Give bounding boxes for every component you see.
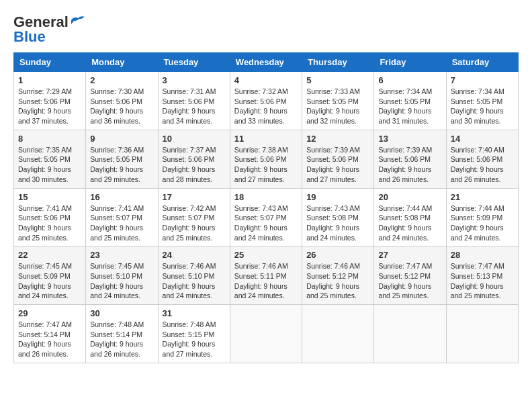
day-info: Sunrise: 7:31 AMSunset: 5:06 PMDaylight:… [163,87,226,126]
day-info: Sunrise: 7:47 AMSunset: 5:14 PMDaylight:… [18,320,81,359]
calendar-cell: 15 Sunrise: 7:41 AMSunset: 5:06 PMDaylig… [14,188,86,246]
bird-icon [70,15,85,27]
day-number: 12 [306,134,369,144]
day-number: 5 [306,75,369,85]
day-number: 25 [234,250,298,260]
day-number: 17 [163,192,226,202]
calendar-cell: 14 Sunrise: 7:40 AMSunset: 5:06 PMDaylig… [446,130,518,188]
day-info: Sunrise: 7:32 AMSunset: 5:06 PMDaylight:… [234,87,298,126]
day-info: Sunrise: 7:42 AMSunset: 5:07 PMDaylight:… [163,203,226,243]
calendar-week-1: 1 Sunrise: 7:29 AMSunset: 5:06 PMDayligh… [14,72,519,130]
calendar-cell: 11 Sunrise: 7:38 AMSunset: 5:06 PMDaylig… [230,130,302,188]
calendar-cell: 29 Sunrise: 7:47 AMSunset: 5:14 PMDaylig… [14,305,86,363]
day-number: 26 [306,250,369,260]
day-number: 7 [451,75,514,85]
day-info: Sunrise: 7:41 AMSunset: 5:06 PMDaylight:… [18,203,81,243]
calendar-cell: 1 Sunrise: 7:29 AMSunset: 5:06 PMDayligh… [14,72,86,130]
day-number: 2 [90,75,153,85]
day-number: 15 [18,192,81,202]
calendar-cell: 24 Sunrise: 7:46 AMSunset: 5:10 PMDaylig… [158,246,230,305]
calendar-cell: 23 Sunrise: 7:45 AMSunset: 5:10 PMDaylig… [86,246,158,305]
calendar-cell: 4 Sunrise: 7:32 AMSunset: 5:06 PMDayligh… [230,72,302,130]
day-info: Sunrise: 7:46 AMSunset: 5:10 PMDaylight:… [163,261,226,301]
col-header-saturday: Saturday [446,53,518,72]
calendar-cell: 17 Sunrise: 7:42 AMSunset: 5:07 PMDaylig… [158,188,230,246]
calendar-cell [374,305,446,363]
day-number: 18 [234,192,298,202]
calendar-week-3: 15 Sunrise: 7:41 AMSunset: 5:06 PMDaylig… [14,188,519,246]
day-number: 21 [451,192,514,202]
day-info: Sunrise: 7:41 AMSunset: 5:07 PMDaylight:… [90,203,153,243]
calendar-cell: 28 Sunrise: 7:47 AMSunset: 5:13 PMDaylig… [446,246,518,305]
calendar-cell: 6 Sunrise: 7:34 AMSunset: 5:05 PMDayligh… [374,72,446,130]
day-info: Sunrise: 7:39 AMSunset: 5:06 PMDaylight:… [306,145,369,185]
day-number: 28 [451,250,514,260]
col-header-thursday: Thursday [302,53,374,72]
calendar-cell: 10 Sunrise: 7:37 AMSunset: 5:06 PMDaylig… [158,130,230,188]
calendar-cell: 27 Sunrise: 7:47 AMSunset: 5:12 PMDaylig… [374,246,446,305]
day-number: 31 [163,308,226,318]
day-number: 30 [90,308,153,318]
day-info: Sunrise: 7:44 AMSunset: 5:08 PMDaylight:… [378,203,441,243]
calendar-week-5: 29 Sunrise: 7:47 AMSunset: 5:14 PMDaylig… [14,305,519,363]
day-number: 23 [90,250,153,260]
calendar-cell: 22 Sunrise: 7:45 AMSunset: 5:09 PMDaylig… [14,246,86,305]
calendar-cell: 25 Sunrise: 7:46 AMSunset: 5:11 PMDaylig… [230,246,302,305]
calendar-cell [302,305,374,363]
day-info: Sunrise: 7:47 AMSunset: 5:13 PMDaylight:… [451,261,514,301]
page-header: General Blue [13,13,519,46]
calendar-cell: 8 Sunrise: 7:35 AMSunset: 5:05 PMDayligh… [14,130,86,188]
day-number: 20 [378,192,441,202]
col-header-friday: Friday [374,53,446,72]
col-header-tuesday: Tuesday [158,53,230,72]
day-number: 6 [378,75,441,85]
day-info: Sunrise: 7:43 AMSunset: 5:07 PMDaylight:… [234,203,298,243]
day-number: 19 [306,192,369,202]
day-info: Sunrise: 7:36 AMSunset: 5:05 PMDaylight:… [90,145,153,185]
day-number: 11 [234,134,298,144]
calendar-cell: 13 Sunrise: 7:39 AMSunset: 5:06 PMDaylig… [374,130,446,188]
day-number: 10 [163,134,226,144]
col-header-wednesday: Wednesday [230,53,302,72]
day-info: Sunrise: 7:43 AMSunset: 5:08 PMDaylight:… [306,203,369,243]
calendar-cell: 20 Sunrise: 7:44 AMSunset: 5:08 PMDaylig… [374,188,446,246]
day-info: Sunrise: 7:38 AMSunset: 5:06 PMDaylight:… [234,145,298,185]
day-info: Sunrise: 7:30 AMSunset: 5:06 PMDaylight:… [90,87,153,126]
calendar-cell: 21 Sunrise: 7:44 AMSunset: 5:09 PMDaylig… [446,188,518,246]
calendar-cell: 5 Sunrise: 7:33 AMSunset: 5:05 PMDayligh… [302,72,374,130]
calendar-cell: 26 Sunrise: 7:46 AMSunset: 5:12 PMDaylig… [302,246,374,305]
day-number: 14 [451,134,514,144]
calendar-cell: 30 Sunrise: 7:48 AMSunset: 5:14 PMDaylig… [86,305,158,363]
day-info: Sunrise: 7:45 AMSunset: 5:09 PMDaylight:… [18,261,81,301]
calendar-cell: 3 Sunrise: 7:31 AMSunset: 5:06 PMDayligh… [158,72,230,130]
day-info: Sunrise: 7:44 AMSunset: 5:09 PMDaylight:… [451,203,514,243]
col-header-sunday: Sunday [14,53,86,72]
day-info: Sunrise: 7:34 AMSunset: 5:05 PMDaylight:… [451,87,514,126]
day-info: Sunrise: 7:46 AMSunset: 5:12 PMDaylight:… [306,261,369,301]
day-info: Sunrise: 7:33 AMSunset: 5:05 PMDaylight:… [306,87,369,126]
calendar-cell: 7 Sunrise: 7:34 AMSunset: 5:05 PMDayligh… [446,72,518,130]
day-number: 16 [90,192,153,202]
day-info: Sunrise: 7:47 AMSunset: 5:12 PMDaylight:… [378,261,441,301]
day-info: Sunrise: 7:29 AMSunset: 5:06 PMDaylight:… [18,87,81,126]
day-number: 1 [18,75,81,85]
day-info: Sunrise: 7:35 AMSunset: 5:05 PMDaylight:… [18,145,81,185]
day-number: 3 [163,75,226,85]
day-number: 9 [90,134,153,144]
day-info: Sunrise: 7:34 AMSunset: 5:05 PMDaylight:… [378,87,441,126]
day-info: Sunrise: 7:48 AMSunset: 5:15 PMDaylight:… [163,320,226,359]
day-number: 13 [378,134,441,144]
calendar-week-4: 22 Sunrise: 7:45 AMSunset: 5:09 PMDaylig… [14,246,519,305]
calendar-week-2: 8 Sunrise: 7:35 AMSunset: 5:05 PMDayligh… [14,130,519,188]
day-number: 22 [18,250,81,260]
day-number: 27 [378,250,441,260]
calendar-cell [230,305,302,363]
day-number: 4 [234,75,298,85]
logo-blue: Blue [13,28,46,46]
day-number: 24 [163,250,226,260]
day-info: Sunrise: 7:39 AMSunset: 5:06 PMDaylight:… [378,145,441,185]
calendar-cell: 19 Sunrise: 7:43 AMSunset: 5:08 PMDaylig… [302,188,374,246]
day-number: 29 [18,308,81,318]
calendar-cell [446,305,518,363]
day-info: Sunrise: 7:40 AMSunset: 5:06 PMDaylight:… [451,145,514,185]
